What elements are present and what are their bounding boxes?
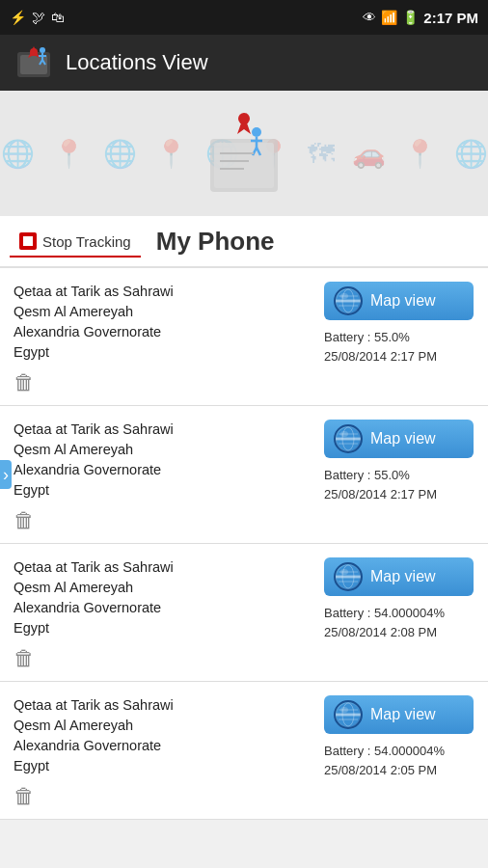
banner-icon-10: 📍 (403, 138, 437, 170)
trash-icon[interactable]: 🗑 (14, 646, 303, 671)
banner-center-figure (201, 105, 287, 202)
status-bar: ⚡ 🕊 🛍 👁 📶 🔋 2:17 PM (0, 0, 488, 35)
battery-level: Battery : 55.0% (324, 468, 410, 482)
battery-info: Battery : 55.0% 25/08/2014 2:17 PM (324, 466, 437, 503)
banner: 📍 🌐 📍 🌐 📍 🌐 📍 🗺 🚗 📍 🌐 📍 (0, 91, 488, 216)
signal-icon: 📶 (381, 10, 397, 25)
banner-icon-5: 📍 (154, 138, 188, 170)
battery-datetime: 25/08/2014 2:08 PM (324, 625, 437, 639)
list-item: Qetaa at Tarik as SahrawiQesm Al Amereya… (0, 682, 488, 820)
phone-title: My Phone (156, 227, 275, 257)
banner-icon-2: 🌐 (1, 138, 35, 170)
list-item-address: Qetaa at Tarik as SahrawiQesm Al Amereya… (14, 282, 303, 363)
battery-level: Battery : 54.000004% (324, 744, 445, 758)
svg-point-3 (30, 48, 38, 56)
list-item-left: Qetaa at Tarik as SahrawiQesm Al Amereya… (0, 682, 314, 819)
svg-point-26 (340, 293, 348, 299)
map-view-globe (334, 424, 363, 453)
battery-level: Battery : 54.000004% (324, 606, 445, 620)
list-item-right: Map view Battery : 54.000004% 25/08/2014… (314, 682, 488, 819)
app-logo (14, 42, 54, 83)
chevron-indicator (0, 460, 12, 489)
status-bar-right-icons: 👁 📶 🔋 2:17 PM (363, 10, 478, 26)
map-view-button[interactable]: Map view (324, 282, 474, 320)
battery-datetime: 25/08/2014 2:17 PM (324, 349, 437, 364)
banner-icon-11: 🌐 (454, 138, 488, 170)
stop-tracking-label: Stop Tracking (42, 233, 131, 250)
map-view-label: Map view (370, 430, 436, 448)
banner-icon-9: 🚗 (352, 138, 386, 170)
svg-point-38 (340, 569, 348, 575)
list-item-right: Map view Battery : 54.000004% 25/08/2014… (314, 544, 488, 681)
trash-icon[interactable]: 🗑 (14, 784, 303, 809)
app-bar: Locations View (0, 35, 488, 91)
battery-datetime: 25/08/2014 2:17 PM (324, 487, 437, 502)
stop-icon-inner (23, 236, 33, 246)
usb-icon: ⚡ (10, 10, 26, 25)
list-item-address: Qetaa at Tarik as SahrawiQesm Al Amereya… (14, 695, 303, 776)
eye-icon: 👁 (363, 10, 376, 25)
map-view-globe (334, 562, 363, 591)
list-item-right: Map view Battery : 55.0% 25/08/2014 2:17… (314, 268, 488, 405)
stop-icon (19, 232, 37, 250)
person-icon: 🕊 (32, 10, 45, 25)
list-item: Qetaa at Tarik as SahrawiQesm Al Amereya… (0, 268, 488, 406)
battery-icon: 🔋 (402, 10, 419, 25)
list-item-left: Qetaa at Tarik as SahrawiQesm Al Amereya… (0, 406, 314, 543)
map-view-label: Map view (370, 568, 436, 585)
svg-point-32 (340, 431, 348, 437)
trash-icon[interactable]: 🗑 (14, 370, 303, 395)
app-bar-title: Locations View (66, 50, 208, 75)
stop-tracking-button[interactable]: Stop Tracking (10, 227, 141, 258)
map-view-label: Map view (370, 706, 436, 723)
list-item-left: Qetaa at Tarik as SahrawiQesm Al Amereya… (0, 544, 314, 681)
svg-rect-10 (214, 143, 274, 188)
list-item-right: Map view Battery : 55.0% 25/08/2014 2:17… (314, 406, 488, 543)
status-time: 2:17 PM (423, 10, 478, 26)
trash-icon[interactable]: 🗑 (14, 508, 303, 533)
map-view-globe (334, 700, 363, 729)
banner-icon-3: 📍 (52, 138, 86, 170)
battery-info: Battery : 54.000004% 25/08/2014 2:08 PM (324, 604, 445, 641)
shop-icon: 🛍 (51, 10, 65, 25)
list-item: Qetaa at Tarik as SahrawiQesm Al Amereya… (0, 406, 488, 544)
svg-point-33 (337, 565, 360, 588)
banner-icon-8: 🗺 (308, 138, 335, 170)
battery-level: Battery : 55.0% (324, 330, 410, 344)
map-view-globe (334, 286, 363, 315)
list-item-address: Qetaa at Tarik as SahrawiQesm Al Amereya… (14, 557, 303, 638)
svg-point-12 (238, 113, 250, 124)
list-item-address: Qetaa at Tarik as SahrawiQesm Al Amereya… (14, 420, 303, 501)
map-view-button[interactable]: Map view (324, 557, 474, 596)
map-view-label: Map view (370, 292, 436, 310)
svg-point-39 (337, 703, 360, 726)
banner-icon-4: 🌐 (103, 138, 137, 170)
svg-point-27 (337, 427, 360, 450)
battery-datetime: 25/08/2014 2:05 PM (324, 763, 437, 777)
map-view-button[interactable]: Map view (324, 420, 474, 458)
svg-point-44 (340, 707, 348, 713)
status-bar-left-icons: ⚡ 🕊 🛍 (10, 10, 65, 25)
list-item: Qetaa at Tarik as SahrawiQesm Al Amereya… (0, 544, 488, 682)
svg-point-21 (337, 289, 360, 312)
svg-point-4 (40, 47, 45, 53)
list-item-left: Qetaa at Tarik as SahrawiQesm Al Amereya… (0, 268, 314, 405)
battery-info: Battery : 55.0% 25/08/2014 2:17 PM (324, 328, 437, 366)
map-view-button[interactable]: Map view (324, 695, 474, 734)
list-container: Qetaa at Tarik as SahrawiQesm Al Amereya… (0, 268, 488, 868)
toolbar: Stop Tracking My Phone (0, 216, 488, 268)
svg-point-13 (252, 127, 261, 137)
battery-info: Battery : 54.000004% 25/08/2014 2:05 PM (324, 742, 445, 779)
